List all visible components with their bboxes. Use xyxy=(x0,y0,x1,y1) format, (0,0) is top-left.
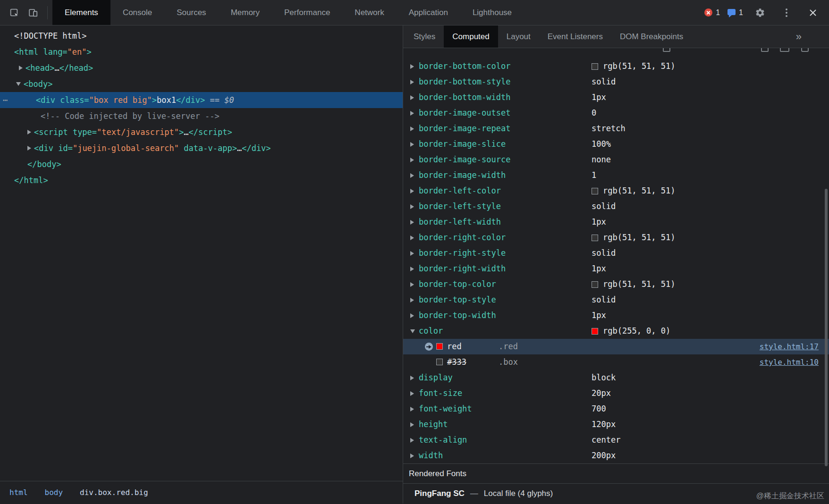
clipped-checkbox-icon[interactable] xyxy=(663,48,670,52)
disclosure-triangle-icon[interactable] xyxy=(410,376,414,380)
disclosure-triangle-icon[interactable] xyxy=(19,66,23,70)
tab-console[interactable]: Console xyxy=(110,0,164,25)
disclosure-triangle-icon[interactable] xyxy=(410,251,414,256)
tab-layout[interactable]: Layout xyxy=(498,25,539,48)
disclosure-triangle-icon[interactable] xyxy=(410,111,414,116)
device-toolbar-icon[interactable] xyxy=(24,0,42,25)
disclosure-triangle-icon[interactable] xyxy=(410,407,414,412)
tab-event-listeners[interactable]: Event Listeners xyxy=(539,25,611,48)
disclosure-triangle-icon[interactable] xyxy=(27,146,31,151)
style-trace-row[interactable]: #333.boxstyle.html:10 xyxy=(403,354,829,370)
computed-property-row[interactable]: border-top-width1px xyxy=(403,308,829,323)
computed-property-row[interactable]: border-right-stylesolid xyxy=(403,245,829,261)
dom-tree-row[interactable]: <!DOCTYPE html> xyxy=(0,28,403,44)
disclosure-triangle-icon[interactable] xyxy=(410,438,414,443)
dom-tree-row[interactable]: </body> xyxy=(0,156,403,172)
tab-styles[interactable]: Styles xyxy=(405,25,444,48)
breadcrumb-item-body[interactable]: body xyxy=(45,488,63,497)
disclosure-triangle-icon[interactable] xyxy=(410,454,414,458)
scrollbar-thumb[interactable] xyxy=(825,189,828,466)
goto-source-arrow-icon[interactable] xyxy=(425,343,433,351)
dom-tree-row[interactable]: <div id="juejin-global-search" data-v-ap… xyxy=(0,140,403,156)
computed-property-row[interactable]: border-right-colorrgb(51, 51, 51) xyxy=(403,230,829,245)
dom-tree-row[interactable]: <body> xyxy=(0,76,403,92)
console-message-badge[interactable]: 1 xyxy=(727,8,743,17)
computed-property-row[interactable]: border-left-stylesolid xyxy=(403,199,829,214)
computed-property-row[interactable]: height120px xyxy=(403,417,829,432)
disclosure-triangle-icon[interactable] xyxy=(410,391,414,396)
dom-tree-row[interactable]: <script type="text/javascript">…</script… xyxy=(0,124,403,140)
disclosure-triangle-icon[interactable] xyxy=(410,422,414,427)
tab-computed[interactable]: Computed xyxy=(444,25,498,48)
computed-property-row[interactable]: border-image-outset0 xyxy=(403,105,829,121)
style-trace-row[interactable]: red.redstyle.html:17 xyxy=(403,339,829,354)
color-swatch[interactable] xyxy=(592,281,598,288)
computed-property-row[interactable]: colorrgb(255, 0, 0) xyxy=(403,323,829,339)
computed-property-row[interactable]: text-aligncenter xyxy=(403,432,829,448)
computed-property-row[interactable]: border-bottom-colorrgb(51, 51, 51) xyxy=(403,59,829,74)
computed-property-row[interactable]: border-bottom-stylesolid xyxy=(403,74,829,90)
disclosure-triangle-icon[interactable] xyxy=(16,82,21,86)
disclosure-triangle-icon[interactable] xyxy=(410,173,414,178)
overflow-tabs-chevron-icon[interactable]: » xyxy=(796,25,802,48)
disclosure-triangle-icon[interactable] xyxy=(410,220,414,225)
breadcrumb-item-html[interactable]: html xyxy=(9,488,28,497)
tab-sources[interactable]: Sources xyxy=(164,0,218,25)
dom-tree-row[interactable]: <!-- Code injected by live-server --> xyxy=(0,108,403,124)
clipped-group-icon[interactable] xyxy=(801,48,809,52)
tab-lighthouse[interactable]: Lighthouse xyxy=(460,0,524,25)
close-icon[interactable] xyxy=(804,8,822,17)
computed-property-row[interactable]: border-right-width1px xyxy=(403,261,829,277)
disclosure-triangle-icon[interactable] xyxy=(27,130,31,134)
computed-property-row[interactable]: border-left-colorrgb(51, 51, 51) xyxy=(403,183,829,199)
color-swatch[interactable] xyxy=(436,343,443,350)
computed-property-row[interactable]: border-image-sourcenone xyxy=(403,152,829,168)
style-source-link[interactable]: style.html:17 xyxy=(760,339,819,354)
color-swatch[interactable] xyxy=(592,235,598,241)
color-swatch[interactable] xyxy=(592,188,598,194)
kebab-menu-icon[interactable] xyxy=(777,12,796,14)
disclosure-triangle-icon[interactable] xyxy=(410,189,414,193)
tab-network[interactable]: Network xyxy=(342,0,396,25)
color-swatch[interactable] xyxy=(592,63,598,70)
computed-property-row[interactable]: border-bottom-width1px xyxy=(403,90,829,105)
disclosure-triangle-icon[interactable] xyxy=(410,142,414,147)
computed-property-row[interactable]: width200px xyxy=(403,448,829,463)
disclosure-triangle-icon[interactable] xyxy=(410,329,415,333)
disclosure-triangle-icon[interactable] xyxy=(410,158,414,162)
disclosure-triangle-icon[interactable] xyxy=(410,235,414,240)
disclosure-triangle-icon[interactable] xyxy=(410,298,414,302)
dom-tree-row[interactable]: </html> xyxy=(0,172,403,188)
disclosure-triangle-icon[interactable] xyxy=(410,64,414,69)
tab-performance[interactable]: Performance xyxy=(272,0,342,25)
color-swatch[interactable] xyxy=(592,328,598,335)
tab-memory[interactable]: Memory xyxy=(219,0,272,25)
tab-elements[interactable]: Elements xyxy=(52,0,110,25)
clipped-checkbox-icon[interactable] xyxy=(761,48,769,52)
disclosure-triangle-icon[interactable] xyxy=(410,95,414,100)
disclosure-triangle-icon[interactable] xyxy=(410,282,414,287)
computed-property-row[interactable]: border-image-repeatstretch xyxy=(403,121,829,136)
computed-property-row[interactable]: border-top-colorrgb(51, 51, 51) xyxy=(403,277,829,292)
error-badge[interactable]: 1 xyxy=(704,8,720,17)
computed-property-row[interactable]: displayblock xyxy=(403,370,829,386)
computed-property-row[interactable]: border-left-width1px xyxy=(403,214,829,230)
disclosure-triangle-icon[interactable] xyxy=(410,126,414,131)
dom-tree-row[interactable]: <head>…</head> xyxy=(0,60,403,76)
computed-property-row[interactable]: font-size20px xyxy=(403,386,829,401)
inspect-element-icon[interactable] xyxy=(5,0,24,25)
dom-tree-row[interactable]: …<div class="box red big">box1</div> == … xyxy=(0,92,403,108)
computed-property-row[interactable]: border-image-width1 xyxy=(403,168,829,183)
breadcrumb-item-div-box-red-big[interactable]: div.box.red.big xyxy=(80,488,148,497)
clipped-filter-icon[interactable] xyxy=(780,48,789,52)
disclosure-triangle-icon[interactable] xyxy=(410,267,414,271)
settings-gear-icon[interactable] xyxy=(751,8,770,18)
tab-dom-breakpoints[interactable]: DOM Breakpoints xyxy=(611,25,692,48)
disclosure-triangle-icon[interactable] xyxy=(410,80,414,84)
style-source-link[interactable]: style.html:10 xyxy=(760,354,819,370)
computed-property-row[interactable]: font-weight700 xyxy=(403,401,829,417)
disclosure-triangle-icon[interactable] xyxy=(410,313,414,318)
tab-application[interactable]: Application xyxy=(397,0,460,25)
color-swatch[interactable] xyxy=(436,359,443,365)
disclosure-triangle-icon[interactable] xyxy=(410,204,414,209)
